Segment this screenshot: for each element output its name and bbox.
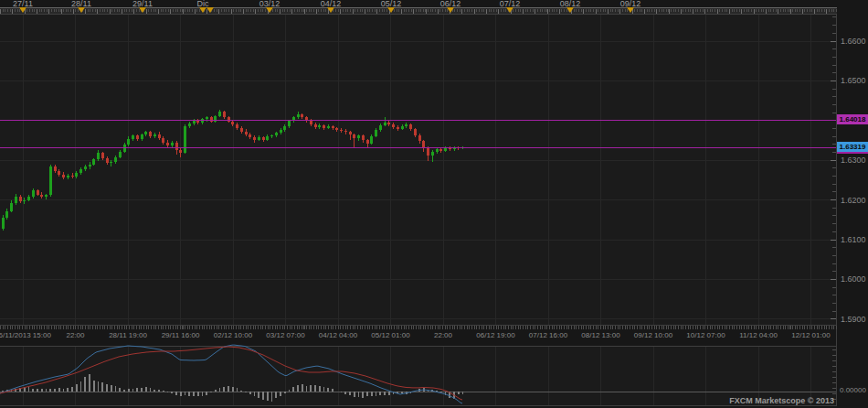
time-axis-ticks[interactable] bbox=[0, 326, 837, 329]
candle-body-up bbox=[431, 152, 434, 155]
candle-body-down bbox=[449, 148, 451, 150]
candle-body-down bbox=[236, 124, 238, 128]
candle-body-down bbox=[332, 126, 334, 129]
macd-histogram-bar bbox=[354, 392, 355, 397]
macd-histogram-bar bbox=[2, 391, 4, 392]
candle-body-down bbox=[249, 134, 251, 137]
candle-body-down bbox=[62, 175, 65, 177]
macd-histogram-bar bbox=[319, 386, 321, 392]
macd-histogram-bar bbox=[123, 390, 125, 392]
candle-body-up bbox=[288, 121, 291, 126]
candle-body-up bbox=[357, 135, 360, 138]
candle-body-up bbox=[119, 152, 122, 157]
candle-body-down bbox=[40, 195, 43, 197]
date-ruler-major-ticks bbox=[0, 9, 837, 14]
macd-histogram-bar bbox=[388, 392, 390, 395]
macd-histogram-bar bbox=[267, 392, 269, 401]
macd-histogram-bar bbox=[292, 387, 294, 392]
candle-body-up bbox=[89, 165, 91, 167]
macd-histogram-bar bbox=[89, 374, 90, 392]
candle-body-down bbox=[162, 138, 164, 143]
macd-histogram-bar bbox=[462, 392, 464, 394]
macd-histogram-bar bbox=[80, 381, 82, 392]
macd-histogram-bar bbox=[132, 389, 134, 392]
macd-histogram-bar bbox=[249, 392, 251, 394]
candle-body-up bbox=[45, 195, 48, 196]
macd-histogram-bar bbox=[341, 392, 343, 392]
macd-histogram-bar bbox=[76, 384, 78, 392]
macd-histogram-bar bbox=[362, 392, 364, 398]
candle-body-up bbox=[132, 135, 134, 138]
macd-histogram-bar bbox=[366, 392, 368, 396]
candle-body-up bbox=[15, 197, 17, 203]
macd-histogram-bar bbox=[180, 392, 182, 396]
macd-histogram-bar bbox=[379, 392, 381, 395]
candle-body-down bbox=[301, 114, 303, 117]
candle-body-down bbox=[240, 128, 243, 132]
macd-histogram-bar bbox=[302, 384, 303, 392]
macd-histogram-bar bbox=[71, 387, 73, 392]
candle-body-up bbox=[405, 124, 408, 126]
candle-body-down bbox=[223, 112, 226, 117]
macd-histogram-bar bbox=[258, 392, 259, 398]
macd-histogram-bar bbox=[98, 381, 100, 392]
candle-body-up bbox=[401, 126, 404, 129]
macd-histogram-bar bbox=[58, 388, 60, 392]
macd-histogram-bar bbox=[228, 386, 229, 392]
macd-histogram-bar bbox=[37, 389, 38, 392]
candle-body-down bbox=[19, 197, 22, 201]
candle-body-up bbox=[184, 126, 186, 152]
candle-body-up bbox=[206, 117, 208, 120]
candle-body-up bbox=[27, 197, 30, 199]
candle-body-down bbox=[310, 121, 312, 124]
candle-body-down bbox=[427, 148, 429, 155]
candle-body-down bbox=[166, 143, 169, 145]
macd-histogram-bar bbox=[106, 384, 108, 392]
macd-histogram-bar bbox=[245, 392, 247, 392]
macd-histogram-bar bbox=[210, 392, 212, 392]
candle-body-down bbox=[179, 150, 182, 153]
macd-histogram-bar bbox=[46, 389, 48, 392]
macd-histogram-bar bbox=[171, 392, 173, 393]
macd-histogram-bar bbox=[119, 388, 121, 392]
candle-body-down bbox=[340, 130, 343, 131]
macd-histogram-bar bbox=[371, 392, 373, 396]
macd-histogram-bar bbox=[358, 392, 360, 397]
candle-body-up bbox=[75, 173, 78, 177]
macd-histogram-bar bbox=[175, 392, 177, 395]
candle-body-up bbox=[258, 137, 260, 140]
macd-histogram-bar bbox=[384, 392, 386, 395]
macd-histogram-bar bbox=[306, 386, 308, 392]
macd-histogram-bar bbox=[101, 382, 103, 392]
macd-histogram-bar bbox=[275, 392, 277, 398]
macd-histogram-bar bbox=[336, 392, 338, 392]
macd-histogram-bar bbox=[84, 377, 86, 392]
candle-body-down bbox=[210, 117, 213, 122]
macd-histogram-bar bbox=[41, 389, 43, 392]
macd-histogram-bar bbox=[254, 392, 256, 396]
candle-body-up bbox=[79, 169, 82, 173]
candle-body-down bbox=[349, 132, 352, 134]
macd-histogram-bar bbox=[32, 389, 34, 392]
candle-body-down bbox=[245, 132, 248, 134]
macd-histogram-bar bbox=[323, 387, 325, 392]
candle-body-up bbox=[114, 157, 117, 162]
macd-histogram-bar bbox=[232, 387, 234, 392]
macd-histogram-bar bbox=[185, 392, 186, 395]
macd-histogram-bar bbox=[63, 389, 65, 392]
candle-body-up bbox=[32, 190, 35, 197]
price-chart-canvas[interactable] bbox=[0, 0, 868, 408]
candle-body-down bbox=[414, 129, 417, 135]
candle-body-down bbox=[101, 153, 104, 158]
candle-body-up bbox=[370, 136, 373, 144]
candle-body-up bbox=[49, 166, 52, 195]
candle-body-down bbox=[344, 131, 347, 133]
candle-body-up bbox=[297, 114, 300, 117]
macd-histogram-bar bbox=[145, 387, 147, 392]
date-ruler[interactable] bbox=[0, 7, 837, 14]
candle-body-up bbox=[188, 123, 191, 126]
candle-body-down bbox=[439, 149, 442, 151]
macd-histogram-bar bbox=[215, 390, 217, 392]
candle-body-up bbox=[110, 162, 112, 163]
macd-histogram-bar bbox=[158, 390, 160, 392]
